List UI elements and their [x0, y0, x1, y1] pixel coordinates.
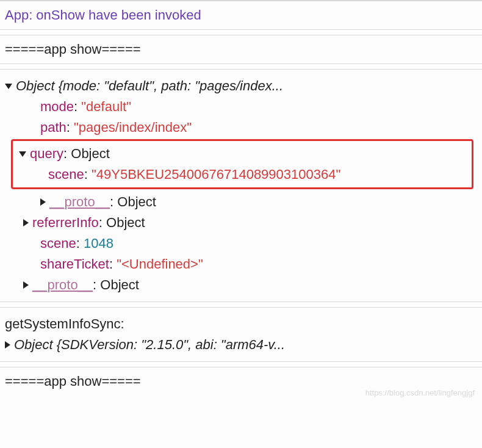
colon: :	[84, 164, 92, 185]
appshow-text: =====app show=====	[5, 42, 141, 57]
prop-value: "default"	[81, 96, 131, 117]
prop-mode: mode : "default"	[5, 96, 477, 117]
log-entry-invoked: App: onShow have been invoked	[0, 0, 482, 30]
prop-scene2: scene : 1048	[5, 233, 477, 254]
invoked-text: App: onShow have been invoked	[5, 7, 201, 23]
colon: :	[67, 117, 74, 138]
prop-shareticket: shareTicket : "<Undefined>"	[5, 254, 477, 275]
prop-key: __proto__	[49, 192, 110, 212]
prop-key: mode	[40, 96, 74, 117]
prop-key: scene	[48, 164, 84, 185]
prop-key: shareTicket	[40, 254, 109, 275]
chevron-right-icon	[40, 198, 46, 206]
prop-proto-outer[interactable]: __proto__ : Object	[5, 275, 477, 295]
chevron-down-icon	[5, 84, 12, 89]
prop-key: path	[40, 117, 67, 138]
systeminfo-obj-text: Object {SDKVersion: "2.15.0", abi: "arm6…	[14, 334, 285, 355]
log-entry-appshow-2: =====app show=====	[0, 367, 482, 396]
object-header-text: Object {mode: "default", path: "pages/in…	[16, 76, 283, 96]
chevron-right-icon	[5, 341, 10, 349]
prop-key: query	[30, 143, 63, 164]
prop-proto-inner[interactable]: __proto__ : Object	[5, 192, 477, 212]
log-entry-object: Object {mode: "default", path: "pages/in…	[0, 69, 482, 302]
prop-key: __proto__	[32, 275, 93, 295]
prop-path: path : "pages/index/index"	[5, 117, 477, 138]
prop-query[interactable]: query : Object	[13, 143, 472, 164]
prop-key: scene	[40, 233, 76, 254]
highlighted-query-box: query : Object scene : "49Y5BKEU25400676…	[11, 139, 473, 189]
prop-referrer[interactable]: referrerInfo : Object	[5, 212, 477, 233]
prop-type: : Object	[93, 275, 139, 295]
prop-type: : Object	[63, 143, 110, 164]
colon: :	[76, 233, 84, 254]
systeminfo-label-row: getSystemInfoSync:	[5, 314, 477, 334]
prop-value: 1048	[84, 233, 113, 254]
prop-value: "49Y5BKEU254006767140899031003​64"	[92, 164, 340, 185]
log-entry-systeminfo: getSystemInfoSync: Object {SDKVersion: "…	[0, 307, 482, 362]
prop-value: "pages/index/index"	[74, 117, 192, 138]
colon: :	[74, 96, 81, 117]
object-header-row[interactable]: Object {mode: "default", path: "pages/in…	[5, 76, 477, 96]
prop-type: : Object	[110, 192, 156, 212]
prop-key: referrerInfo	[32, 212, 99, 233]
prop-type: : Object	[99, 212, 145, 233]
chevron-down-icon	[19, 151, 26, 157]
chevron-right-icon	[23, 219, 29, 226]
chevron-right-icon	[23, 281, 29, 289]
prop-query-scene: scene : "49Y5BKEU254006767140899031003​6…	[13, 164, 472, 185]
systeminfo-label: getSystemInfoSync:	[5, 314, 124, 334]
appshow-footer-text: =====app show=====	[5, 374, 141, 389]
colon: :	[109, 254, 117, 275]
prop-value: "<Undefined>"	[117, 254, 203, 275]
systeminfo-obj-row[interactable]: Object {SDKVersion: "2.15.0", abi: "arm6…	[5, 334, 477, 355]
log-entry-appshow-1: =====app show=====	[0, 35, 482, 64]
